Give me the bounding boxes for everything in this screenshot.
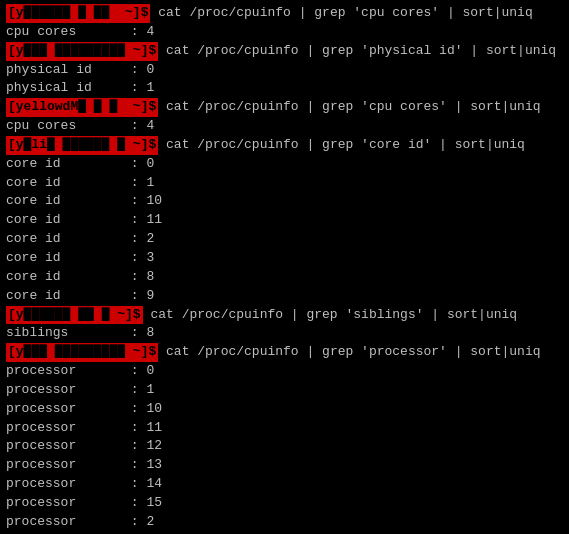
output-line: processor : 0 [6, 362, 563, 381]
output-line: processor : 14 [6, 475, 563, 494]
terminal-line: [y███ █████████ ~]$ cat /proc/cpuinfo | … [6, 343, 563, 362]
terminal-line: [y███ █████████ ~]$ cat /proc/cpuinfo | … [6, 42, 563, 61]
output-line: core id : 11 [6, 211, 563, 230]
output-line: core id : 9 [6, 287, 563, 306]
output-line: processor : 12 [6, 437, 563, 456]
terminal-line: [y██████ █ ██ ~]$ cat /proc/cpuinfo | gr… [6, 4, 563, 23]
output-line: cpu cores : 4 [6, 117, 563, 136]
prompt-user: [yellowdM█ █ █ ~]$ [6, 98, 158, 117]
output-line: core id : 0 [6, 155, 563, 174]
prompt-user: [y██████ █ ██ ~]$ [6, 4, 150, 23]
cmd: cat /proc/cpuinfo | grep 'siblings' | so… [143, 306, 517, 325]
prompt-user: [y███ █████████ ~]$ [6, 343, 158, 362]
cmd: cat /proc/cpuinfo | grep 'cpu cores' | s… [158, 98, 540, 117]
output-line: core id : 1 [6, 174, 563, 193]
output-line: physical id : 1 [6, 79, 563, 98]
output-line: processor : 1 [6, 381, 563, 400]
output-line: processor : 10 [6, 400, 563, 419]
prompt-user: [y███ █████████ ~]$ [6, 42, 158, 61]
output-line: siblings : 8 [6, 324, 563, 343]
output-line: core id : 10 [6, 192, 563, 211]
cmd: cat /proc/cpuinfo | grep 'physical id' |… [158, 42, 556, 61]
output-line: processor : 11 [6, 419, 563, 438]
terminal-line: [yellowdM█ █ █ ~]$ cat /proc/cpuinfo | g… [6, 98, 563, 117]
cmd: cat /proc/cpuinfo | grep 'processor' | s… [158, 343, 540, 362]
terminal-line: [y█li█ ██████ █ ~]$ cat /proc/cpuinfo | … [6, 136, 563, 155]
terminal-line: [y██████ ██ █ ~]$ cat /proc/cpuinfo | gr… [6, 306, 563, 325]
output-line: processor : 2 [6, 513, 563, 532]
terminal: [y██████ █ ██ ~]$ cat /proc/cpuinfo | gr… [6, 4, 563, 530]
cmd: cat /proc/cpuinfo | grep 'core id' | sor… [158, 136, 525, 155]
output-line: core id : 2 [6, 230, 563, 249]
prompt-user: [y██████ ██ █ ~]$ [6, 306, 143, 325]
cmd: cat /proc/cpuinfo | grep 'cpu cores' | s… [150, 4, 532, 23]
output-line: processor : 13 [6, 456, 563, 475]
output-line: cpu cores : 4 [6, 23, 563, 42]
output-line: physical id : 0 [6, 61, 563, 80]
prompt-user: [y█li█ ██████ █ ~]$ [6, 136, 158, 155]
output-line: core id : 3 [6, 249, 563, 268]
output-line: core id : 8 [6, 268, 563, 287]
output-line: processor : 15 [6, 494, 563, 513]
